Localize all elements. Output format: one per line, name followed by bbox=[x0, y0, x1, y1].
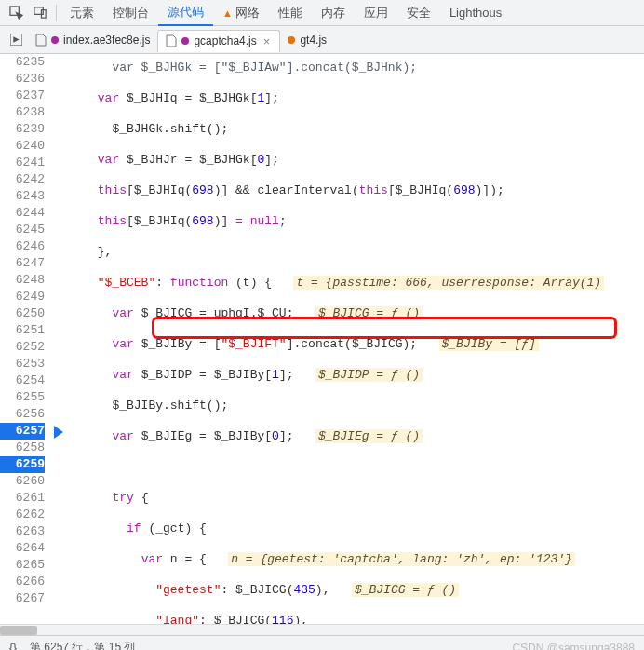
warning-icon: ▲ bbox=[222, 7, 233, 19]
modified-dot-icon bbox=[288, 36, 295, 44]
svg-marker-4 bbox=[13, 36, 20, 43]
tab-application[interactable]: 应用 bbox=[355, 1, 397, 25]
file-tab-index[interactable]: index.ae3fec8e.js bbox=[28, 30, 157, 50]
inline-hint: $_BJIEg = ƒ () bbox=[315, 429, 423, 443]
tab-security[interactable]: 安全 bbox=[397, 1, 440, 25]
watermark: CSDN @samsunga3888 bbox=[512, 642, 635, 651]
status-bar: {} 第 6257 行，第 15 列 CSDN @samsunga3888 bbox=[0, 635, 644, 650]
devtools-main-tabs: 元素 控制台 源代码 ▲网络 性能 内存 应用 安全 Lighthous bbox=[0, 0, 644, 26]
toggle-navigator-icon[interactable] bbox=[4, 34, 28, 46]
file-tab-gt4[interactable]: gt4.js bbox=[280, 30, 334, 50]
file-icon bbox=[166, 34, 177, 47]
cursor-position: 第 6257 行，第 15 列 bbox=[30, 640, 135, 650]
inspect-icon[interactable] bbox=[4, 1, 28, 25]
inline-hint: n = {geetest: 'captcha', lang: 'zh', ep:… bbox=[228, 552, 575, 566]
execution-arrow-icon bbox=[54, 426, 63, 439]
code-content[interactable]: var $_BJHGk = ["$_BJIAw"].concat($_BJHnk… bbox=[54, 54, 644, 624]
line-gutter[interactable]: 6235623662376238 6239624062416242 624362… bbox=[0, 54, 54, 624]
code-editor[interactable]: 6235623662376238 6239624062416242 624362… bbox=[0, 54, 644, 624]
modified-dot-icon bbox=[51, 36, 59, 44]
close-tab-icon[interactable]: × bbox=[262, 34, 273, 48]
tab-console[interactable]: 控制台 bbox=[103, 1, 158, 25]
file-icon bbox=[35, 34, 47, 47]
file-tab-label: gt4.js bbox=[300, 34, 327, 47]
tab-lighthouse[interactable]: Lighthous bbox=[440, 2, 511, 23]
file-tab-label: gcaptcha4.js bbox=[194, 34, 256, 47]
inline-hint: $_BJIDP = ƒ () bbox=[315, 368, 423, 382]
horizontal-scrollbar[interactable] bbox=[0, 624, 644, 635]
tab-network[interactable]: ▲网络 bbox=[213, 1, 269, 25]
tab-memory[interactable]: 内存 bbox=[312, 1, 355, 25]
tab-performance[interactable]: 性能 bbox=[269, 1, 312, 25]
format-code-icon[interactable]: {} bbox=[9, 642, 17, 651]
inline-hint: $_BJICG = ƒ () bbox=[352, 583, 459, 597]
modified-dot-icon bbox=[181, 37, 189, 45]
separator bbox=[56, 5, 57, 21]
tab-elements[interactable]: 元素 bbox=[60, 1, 103, 25]
inline-hint: $_BJICG = ƒ () bbox=[315, 306, 423, 320]
file-tab-label: index.ae3fec8e.js bbox=[63, 34, 150, 47]
inline-hint: $_BJIBy = [ƒ] bbox=[439, 337, 539, 351]
tab-sources[interactable]: 源代码 bbox=[158, 0, 213, 26]
device-toggle-icon[interactable] bbox=[28, 1, 52, 25]
inline-hint: t = {passtime: 666, userresponse: Array(… bbox=[293, 276, 604, 290]
file-tab-gcaptcha[interactable]: gcaptcha4.js × bbox=[157, 30, 280, 52]
sources-file-tabs: index.ae3fec8e.js gcaptcha4.js × gt4.js bbox=[0, 26, 644, 54]
scrollbar-thumb[interactable] bbox=[0, 626, 37, 635]
